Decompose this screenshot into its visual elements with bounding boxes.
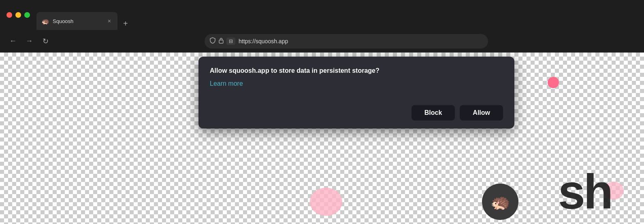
forward-button[interactable]: → (23, 35, 36, 48)
popup-question-text: Allow squoosh.app to store data in persi… (210, 66, 503, 75)
decorative-blob-pink-top (548, 77, 559, 88)
mascot-emoji: 🦔 (490, 192, 510, 211)
lock-icon (218, 37, 224, 45)
squoosh-brand-text: sh (558, 167, 612, 216)
close-window-button[interactable] (6, 12, 12, 18)
url-text: https://squoosh.app (239, 38, 483, 44)
navigation-bar: ← → ↻ ⊟ https://squoosh.app (0, 30, 644, 53)
traffic-lights (6, 12, 30, 18)
pip-icon: ⊟ (226, 38, 235, 45)
tab-close-button[interactable]: × (106, 17, 113, 25)
reload-icon: ↻ (43, 37, 49, 46)
learn-more-link[interactable]: Learn more (210, 80, 243, 87)
permission-popup: Allow squoosh.app to store data in persi… (198, 57, 514, 129)
popup-buttons: Block Allow (210, 105, 503, 120)
allow-button[interactable]: Allow (460, 105, 503, 120)
tab-favicon: 🦔 (41, 17, 49, 25)
title-bar: 🦔 Squoosh × + (0, 0, 644, 30)
back-button[interactable]: ← (6, 35, 19, 48)
minimize-window-button[interactable] (15, 12, 21, 18)
new-tab-button[interactable]: + (119, 17, 132, 30)
tab-title: Squoosh (53, 18, 103, 24)
address-bar[interactable]: ⊟ https://squoosh.app (205, 34, 488, 49)
block-button[interactable]: Block (412, 105, 455, 120)
squoosh-mascot: 🦔 (482, 184, 518, 220)
address-icons: ⊟ (209, 37, 235, 45)
back-icon: ← (9, 37, 17, 45)
active-tab[interactable]: 🦔 Squoosh × (36, 12, 117, 30)
tab-bar: 🦔 Squoosh × + (36, 0, 638, 30)
maximize-window-button[interactable] (24, 12, 30, 18)
reload-button[interactable]: ↻ (39, 35, 52, 48)
decorative-blob-pink-large (310, 188, 342, 216)
svg-rect-0 (219, 40, 223, 43)
page-content: sh 🦔 Allow squoosh.app to store data in … (0, 53, 644, 224)
shield-icon (209, 37, 216, 45)
forward-icon: → (26, 37, 33, 45)
